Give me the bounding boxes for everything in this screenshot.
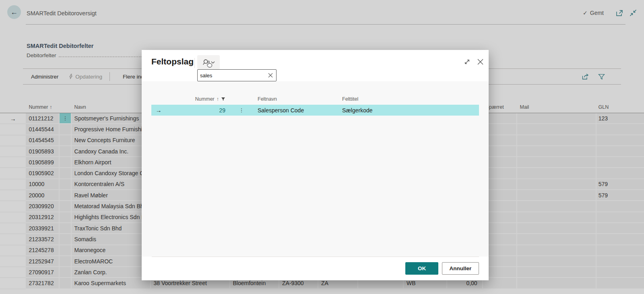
current-row-pointer-icon: → (156, 107, 162, 114)
ok-button[interactable]: OK (405, 262, 438, 275)
felttitel-header-label: Felttitel (342, 96, 358, 102)
clear-search-button[interactable] (265, 73, 276, 78)
clear-x-icon (268, 73, 273, 78)
feltopslag-dialog: Feltopslag (142, 50, 489, 280)
dialog-search-box (197, 69, 277, 81)
feltnavn-header-label: Feltnavn (258, 96, 277, 102)
dialog-selected-row[interactable]: → 29 ⋮ Salesperson Code Sælgerkode (151, 105, 479, 116)
dialog-nummer-header-label: Nummer (195, 96, 215, 102)
dialog-cell-felttitel: Sælgerkode (339, 107, 479, 114)
dialog-footer-divider (152, 257, 479, 257)
dialog-cell-row-menu[interactable]: ⋮ (229, 107, 254, 113)
dialog-column-header-nummer[interactable]: Nummer ↑ (166, 96, 229, 102)
close-icon (477, 58, 484, 65)
column-filter-icon (221, 97, 225, 101)
dialog-grid-header: Nummer ↑ Feltnavn Felttitel (151, 93, 479, 105)
dialog-row-pointer-cell: → (151, 107, 166, 114)
dialog-title: Feltopslag (151, 57, 194, 66)
dialog-search-input[interactable] (198, 72, 265, 79)
mouse-hand-cursor (207, 60, 213, 68)
dialog-table-region: Nummer ↑ Feltnavn Felttitel (142, 81, 489, 257)
dialog-header-separator (194, 58, 195, 68)
dialog-close-button[interactable] (477, 58, 484, 65)
dialog-cell-nummer[interactable]: 29 (166, 107, 229, 114)
ellipsis-icon: ⋮ (239, 107, 244, 113)
expand-dialog-icon (464, 58, 471, 65)
dialog-column-header-felttitel[interactable]: Felttitel (339, 96, 479, 102)
sort-ascending-icon: ↑ (217, 96, 219, 102)
dialog-search-button[interactable] (197, 55, 220, 69)
business-central-screen: ← SMARTedit Debitoroversigt ✓ Gemt (0, 0, 644, 294)
cancel-button[interactable]: Annuller (442, 262, 479, 275)
dialog-expand-button[interactable] (464, 58, 471, 65)
dialog-cell-feltnavn: Salesperson Code (254, 107, 339, 114)
dialog-column-header-feltnavn[interactable]: Feltnavn (254, 96, 339, 102)
